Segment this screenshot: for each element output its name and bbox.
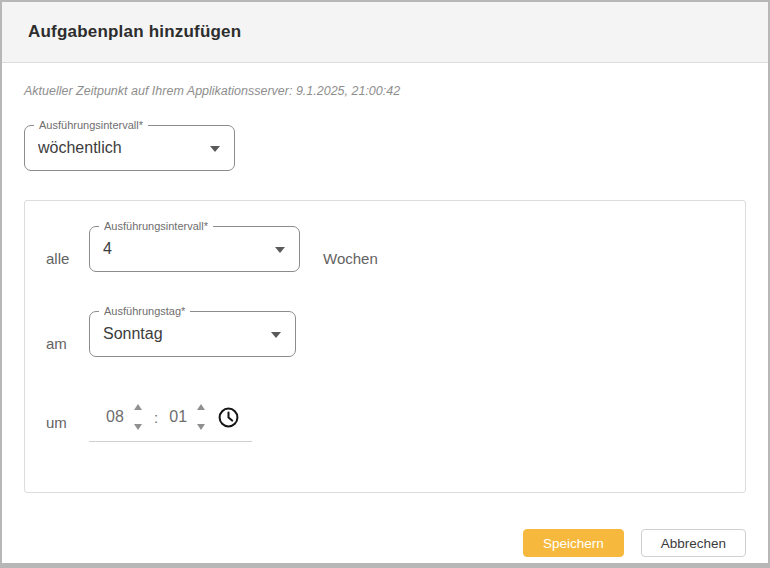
interval-count-select[interactable]: Ausführungsintervall* 4 (89, 226, 300, 272)
at-label: um (46, 414, 89, 431)
hours-increment-icon[interactable] (134, 404, 142, 410)
interval-count-select-label: Ausführungsintervall* (99, 220, 213, 233)
hours-input[interactable]: 08 (103, 408, 127, 426)
dialog-title: Aufgabenplan hinzufügen (28, 22, 241, 42)
every-label: alle (46, 250, 89, 267)
execution-interval-select[interactable]: Ausführungsintervall* wöchentlich (24, 125, 235, 171)
execution-day-select[interactable]: Ausführungstag* Sonntag (89, 311, 296, 357)
save-button[interactable]: Speichern (523, 529, 624, 557)
dialog-body: Aktueller Zeitpunkt auf Ihrem Applikatio… (2, 84, 768, 557)
execution-day-select-value: Sonntag (103, 325, 271, 343)
minutes-input[interactable]: 01 (166, 408, 190, 426)
server-time-note: Aktueller Zeitpunkt auf Ihrem Applikatio… (24, 84, 746, 98)
chevron-down-icon (210, 146, 220, 152)
interval-count-select-value: 4 (103, 240, 275, 258)
hours-spinner (134, 402, 142, 432)
weekly-settings-panel: alle Ausführungsintervall* 4 Wochen am A… (24, 200, 746, 493)
cancel-button[interactable]: Abbrechen (641, 529, 746, 557)
dialog-footer: Speichern Abbrechen (24, 529, 746, 557)
dialog-header: Aufgabenplan hinzufügen (2, 2, 768, 63)
on-label: am (46, 335, 89, 352)
chevron-down-icon (271, 332, 281, 338)
weeks-label: Wochen (323, 250, 378, 267)
execution-day-row: am Ausführungstag* Sonntag (46, 311, 724, 357)
execution-time-row: um 08 : 01 (46, 402, 724, 442)
execution-day-select-label: Ausführungstag* (99, 305, 190, 318)
minutes-decrement-icon[interactable] (197, 424, 205, 430)
time-picker: 08 : 01 (89, 402, 252, 442)
hours-decrement-icon[interactable] (134, 424, 142, 430)
time-separator: : (154, 409, 158, 426)
chevron-down-icon (275, 247, 285, 253)
interval-count-row: alle Ausführungsintervall* 4 Wochen (46, 226, 724, 272)
minutes-increment-icon[interactable] (197, 404, 205, 410)
minutes-spinner (197, 402, 205, 432)
add-task-schedule-dialog: Aufgabenplan hinzufügen Aktueller Zeitpu… (0, 0, 770, 568)
execution-interval-select-value: wöchentlich (38, 139, 210, 157)
execution-interval-select-label: Ausführungsintervall* (34, 119, 148, 132)
clock-icon[interactable] (217, 406, 240, 429)
